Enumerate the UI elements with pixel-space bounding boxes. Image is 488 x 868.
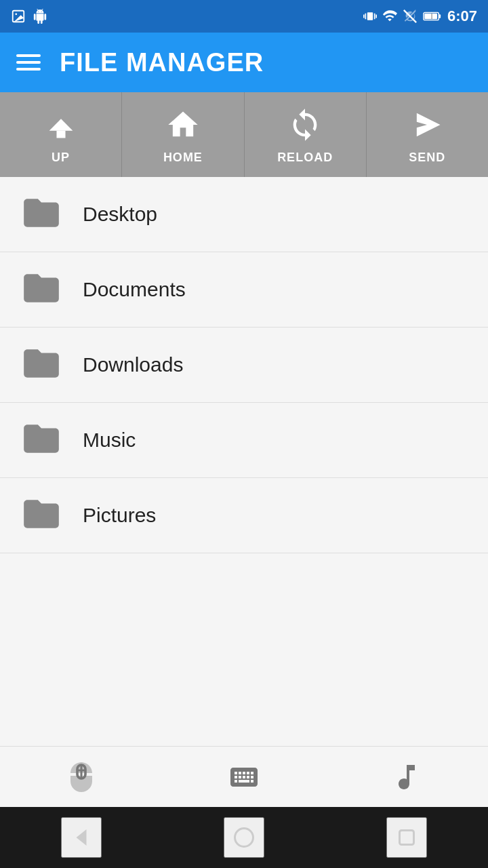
svg-point-12 xyxy=(235,829,253,847)
svg-rect-7 xyxy=(56,131,65,138)
reload-icon xyxy=(286,106,324,144)
vibrate-icon xyxy=(363,9,377,23)
status-left-icons xyxy=(11,9,47,24)
mouse-nav-icon xyxy=(65,761,98,793)
app-title: FILE MANAGER xyxy=(60,48,264,77)
send-icon xyxy=(408,106,446,144)
folder-icon xyxy=(20,192,62,237)
file-name: Pictures xyxy=(83,504,156,527)
send-button[interactable]: SEND xyxy=(367,92,488,177)
signal-icon xyxy=(403,9,418,24)
folder-icon xyxy=(20,418,62,462)
battery-icon xyxy=(423,9,442,23)
file-list: Desktop Documents Downloads Music Pictur… xyxy=(0,177,488,746)
mouse-nav-button[interactable] xyxy=(54,750,108,804)
svg-point-1 xyxy=(15,13,17,15)
svg-rect-13 xyxy=(400,831,414,845)
home-nav-button[interactable] xyxy=(224,817,264,858)
list-item[interactable]: Downloads xyxy=(0,328,488,403)
image-icon xyxy=(11,9,26,24)
svg-rect-4 xyxy=(439,14,441,18)
android-icon xyxy=(33,9,47,24)
recent-square-icon xyxy=(394,825,419,850)
wifi-icon xyxy=(382,9,397,24)
keyboard-nav-button[interactable] xyxy=(217,750,271,804)
file-name: Documents xyxy=(83,278,186,301)
up-button[interactable]: UP xyxy=(0,92,122,177)
svg-rect-5 xyxy=(424,14,437,19)
app-bar: FILE MANAGER xyxy=(0,33,488,92)
toolbar: UP HOME RELOAD SEND xyxy=(0,92,488,177)
back-button[interactable] xyxy=(61,817,102,858)
file-name: Desktop xyxy=(83,203,157,226)
list-item[interactable]: Music xyxy=(0,403,488,478)
folder-icon xyxy=(20,493,62,538)
home-icon xyxy=(164,106,202,144)
svg-marker-11 xyxy=(77,829,87,846)
status-time: 6:07 xyxy=(447,7,477,25)
reload-button[interactable]: RELOAD xyxy=(245,92,367,177)
android-nav-bar xyxy=(0,807,488,868)
file-name: Music xyxy=(83,429,136,452)
arrow-up-icon xyxy=(42,106,80,144)
status-bar: 6:07 xyxy=(0,0,488,33)
music-note-nav-icon xyxy=(390,761,423,793)
folder-icon xyxy=(20,342,62,387)
home-button[interactable]: HOME xyxy=(122,92,244,177)
file-name: Downloads xyxy=(83,353,183,376)
folder-icon xyxy=(20,267,62,312)
home-circle-icon xyxy=(232,825,256,850)
bottom-nav xyxy=(0,746,488,807)
list-item[interactable]: Pictures xyxy=(0,478,488,553)
list-item[interactable]: Documents xyxy=(0,252,488,328)
music-nav-button[interactable] xyxy=(380,750,434,804)
recent-nav-button[interactable] xyxy=(386,817,427,858)
keyboard-nav-icon xyxy=(228,761,260,793)
menu-button[interactable] xyxy=(16,54,41,71)
list-item[interactable]: Desktop xyxy=(0,177,488,252)
status-right-icons: 6:07 xyxy=(363,7,477,25)
back-triangle-icon xyxy=(69,825,94,850)
